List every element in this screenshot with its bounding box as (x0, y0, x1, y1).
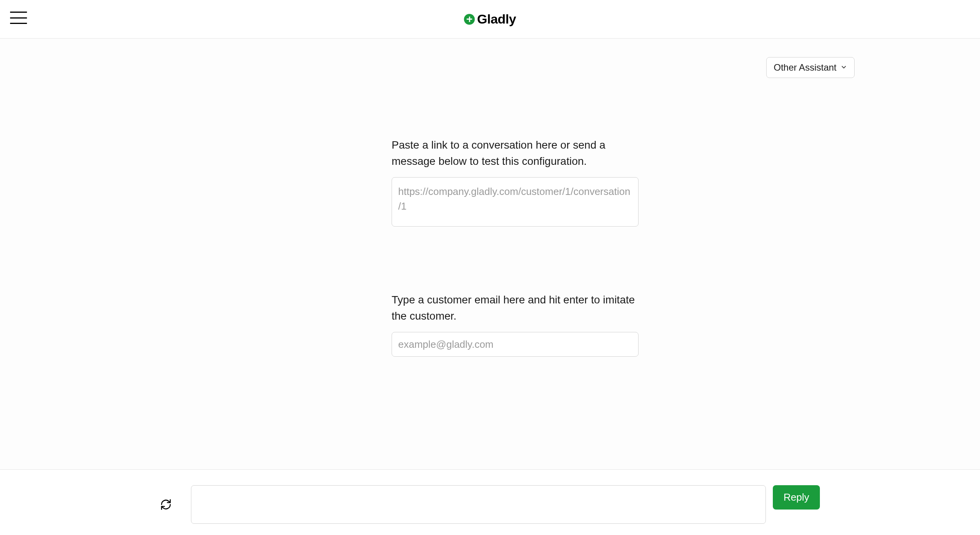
message-footer: Reply (0, 469, 980, 535)
content-area: Other Assistant Paste a link to a conver… (0, 39, 980, 469)
customer-email-input[interactable] (392, 332, 639, 357)
header: Gladly (0, 0, 980, 39)
brand-name: Gladly (477, 12, 516, 27)
plus-circle-icon (464, 14, 475, 25)
customer-email-label: Type a customer email here and hit enter… (392, 292, 639, 324)
reply-button[interactable]: Reply (773, 485, 820, 510)
message-input[interactable] (191, 485, 766, 524)
assistant-selector-label: Other Assistant (774, 62, 836, 73)
brand-logo: Gladly (464, 12, 516, 27)
conversation-link-input[interactable] (392, 177, 639, 227)
hamburger-menu-button[interactable] (10, 12, 27, 24)
test-config-form: Paste a link to a conversation here or s… (392, 137, 639, 357)
chevron-down-icon (840, 62, 847, 73)
conversation-link-label: Paste a link to a conversation here or s… (392, 137, 639, 169)
assistant-selector-dropdown[interactable]: Other Assistant (766, 57, 855, 78)
refresh-icon (160, 499, 172, 510)
refresh-button[interactable] (160, 499, 172, 510)
